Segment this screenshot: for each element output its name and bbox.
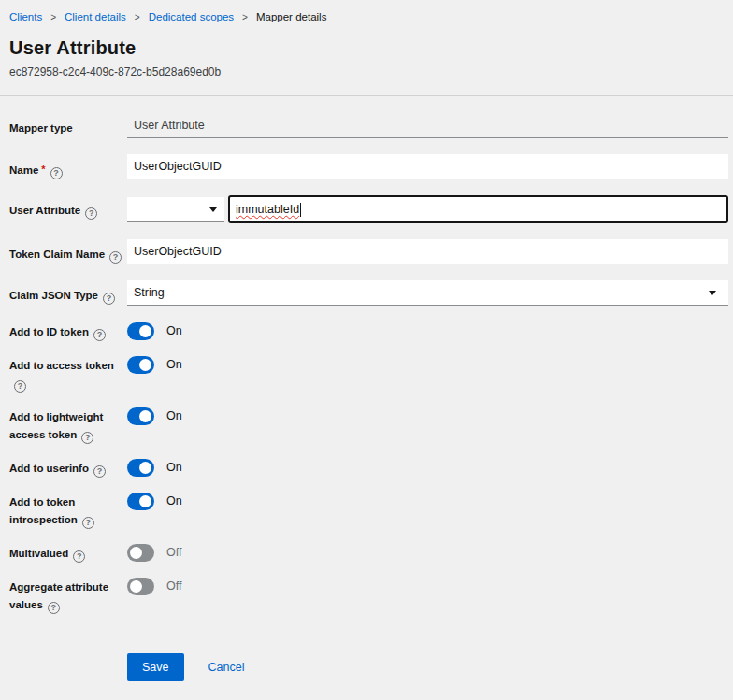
toggle-state-label: On	[166, 356, 182, 371]
toggle-switch[interactable]	[127, 459, 154, 477]
mapper-details-form: Mapper type User Attribute Name*? User A…	[0, 96, 733, 681]
help-icon[interactable]: ?	[103, 293, 115, 305]
toggle-knob	[139, 359, 151, 371]
toggle-switch[interactable]	[127, 407, 154, 425]
page-header: Clients > Client details > Dedicated sco…	[0, 0, 733, 79]
token-claim-name-input[interactable]	[127, 239, 728, 264]
toggle-switch[interactable]	[127, 493, 154, 510]
chevron-right-icon: >	[135, 11, 140, 22]
switch-row-add-to-token-introspection: Add to token introspection? On	[9, 492, 728, 529]
help-icon[interactable]: ?	[14, 380, 26, 393]
help-icon[interactable]: ?	[82, 517, 94, 529]
toggle-knob	[130, 580, 142, 593]
field-row-name: Name*?	[9, 154, 728, 179]
field-label: Add to userinfo?	[9, 458, 122, 478]
field-label: Mapper type	[9, 113, 122, 138]
claim-json-type-select[interactable]: String	[127, 280, 728, 306]
help-icon[interactable]: ?	[48, 602, 60, 614]
help-icon[interactable]: ?	[81, 432, 93, 444]
caret-down-icon	[209, 207, 217, 212]
field-row-user-attribute: User Attribute? immutableId	[9, 195, 728, 223]
breadcrumb: Clients > Client details > Dedicated sco…	[9, 11, 724, 22]
toggle-state-label: On	[166, 493, 182, 507]
toggle-state-label: Off	[166, 578, 181, 593]
toggle-state-label: Off	[166, 544, 181, 559]
cancel-button[interactable]: Cancel	[208, 661, 245, 674]
required-indicator: *	[41, 164, 45, 175]
field-label: Add to access token?	[9, 355, 122, 393]
toggle-knob	[139, 462, 151, 474]
text-cursor	[300, 203, 301, 217]
switches-section: Add to ID token? On Add to access token?…	[9, 321, 728, 614]
help-icon[interactable]: ?	[93, 329, 106, 341]
switch-row-add-to-lightweight-access-token: Add to lightweight access token? On	[9, 407, 728, 444]
caret-down-icon	[709, 291, 716, 295]
chevron-right-icon: >	[242, 11, 248, 22]
field-row-claim-json-type: Claim JSON Type? String	[9, 280, 728, 306]
toggle-switch[interactable]	[127, 544, 154, 562]
toggle-state-label: On	[166, 407, 182, 422]
form-actions: Save Cancel	[127, 653, 728, 681]
field-row-token-claim-name: Token Claim Name?	[9, 239, 728, 264]
field-label: Add to ID token?	[9, 321, 122, 341]
mapper-id: ec872958-c2c4-409c-872c-b5d28a69ed0b	[9, 65, 724, 79]
user-attribute-input-text: immutableId	[236, 203, 299, 216]
user-attribute-input[interactable]: immutableId	[228, 195, 728, 223]
breadcrumb-link-dedicated-scopes[interactable]: Dedicated scopes	[149, 11, 234, 22]
help-icon[interactable]: ?	[93, 465, 106, 478]
field-label: Claim JSON Type?	[9, 280, 122, 306]
breadcrumb-link-clients[interactable]: Clients	[9, 11, 42, 22]
field-label: User Attribute?	[9, 195, 122, 223]
switch-row-multivalued: Multivalued? Off	[9, 543, 728, 563]
user-attribute-dropdown[interactable]	[127, 197, 224, 222]
help-icon[interactable]: ?	[109, 251, 122, 264]
mapper-type-value: User Attribute	[127, 113, 728, 138]
toggle-switch[interactable]	[127, 356, 154, 374]
toggle-state-label: On	[166, 459, 182, 474]
save-button[interactable]: Save	[127, 653, 184, 681]
field-label: Aggregate attribute values?	[9, 577, 122, 614]
toggle-switch[interactable]	[127, 322, 154, 340]
field-label: Add to token introspection?	[9, 492, 122, 529]
chevron-right-icon: >	[50, 11, 56, 22]
toggle-state-label: On	[166, 322, 182, 337]
help-icon[interactable]: ?	[85, 207, 97, 220]
toggle-knob	[139, 495, 151, 507]
toggle-switch[interactable]	[127, 578, 154, 595]
switch-row-add-to-userinfo: Add to userinfo? On	[9, 458, 728, 478]
field-label: Add to lightweight access token?	[9, 407, 122, 444]
help-icon[interactable]: ?	[73, 550, 85, 563]
field-label: Token Claim Name?	[9, 239, 122, 264]
name-input[interactable]	[127, 154, 728, 179]
switch-row-add-to-access-token: Add to access token? On	[9, 355, 728, 393]
page-title: User Attribute	[9, 37, 724, 59]
toggle-knob	[130, 547, 142, 559]
help-icon[interactable]: ?	[50, 167, 63, 179]
field-label: Multivalued?	[9, 543, 122, 563]
field-row-mapper-type: Mapper type User Attribute	[9, 113, 728, 138]
field-label: Name*?	[9, 154, 122, 179]
switch-row-add-to-id-token: Add to ID token? On	[9, 321, 728, 341]
toggle-knob	[139, 410, 151, 422]
breadcrumb-current: Mapper details	[256, 11, 326, 22]
toggle-knob	[139, 325, 151, 337]
breadcrumb-link-client-details[interactable]: Client details	[65, 11, 126, 22]
switch-row-aggregate-attribute-values: Aggregate attribute values? Off	[9, 577, 728, 614]
